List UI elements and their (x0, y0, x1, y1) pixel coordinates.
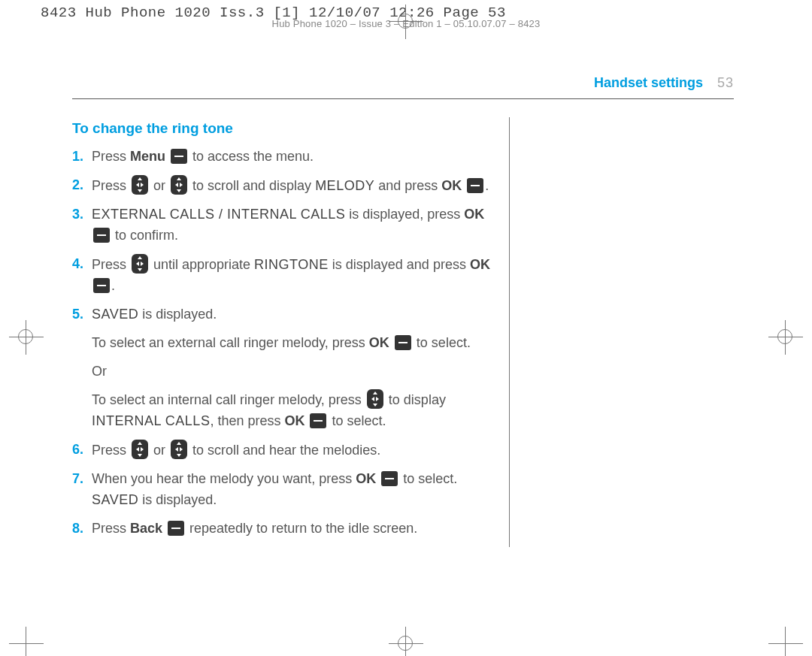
text: is displayed and press (329, 257, 470, 272)
text: Press (92, 521, 130, 536)
softkey-icon (93, 278, 110, 293)
key-label-ok: OK (356, 471, 376, 486)
softkey-icon (310, 413, 326, 428)
registration-mark-icon (9, 320, 44, 355)
text: to scroll and display (189, 178, 315, 193)
text: . (111, 278, 115, 293)
text: is displayed, press (345, 207, 464, 222)
text: , then press (210, 413, 284, 428)
softkey-icon (168, 521, 184, 536)
step-2: 2. Press or to scroll and display MELODY… (72, 175, 494, 197)
nav-key-icon (132, 175, 148, 195)
text: and press (374, 178, 441, 193)
key-label-ok: OK (441, 178, 462, 193)
section-name: Handset settings (594, 75, 703, 90)
text: To select an external call ringer melody… (92, 335, 369, 350)
main-column: To change the ring tone 1. Press Menu to… (72, 117, 510, 547)
step-number: 3. (72, 204, 92, 246)
text: When you hear the melody you want, press (92, 471, 356, 486)
step-number: 4. (72, 254, 92, 297)
text: is displayed. (138, 307, 217, 322)
nav-key-icon (171, 440, 187, 459)
step-number: 5. (72, 304, 92, 325)
text: . (485, 178, 489, 193)
key-label-ok: OK (369, 335, 389, 350)
text: to select. (413, 335, 471, 350)
text: To select an internal call ringer melody… (92, 392, 365, 407)
text: is displayed. (138, 492, 217, 507)
lcd-text: SAVED (92, 307, 138, 322)
nav-key-icon (132, 254, 148, 274)
step-3: 3. EXTERNAL CALLS / INTERNAL CALLS is di… (72, 204, 494, 246)
registration-mark-icon (768, 320, 803, 355)
softkey-icon (467, 178, 483, 193)
section-title: To change the ring tone (72, 117, 494, 139)
text: to display (385, 392, 446, 407)
registration-mark-icon (9, 627, 44, 656)
text: until appropriate (150, 257, 254, 272)
step-number: 8. (72, 518, 92, 540)
nav-key-icon (367, 389, 383, 409)
page-number: 53 (717, 75, 734, 90)
registration-mark-icon (389, 5, 423, 39)
step-1: 1. Press Menu to access the menu. (72, 147, 494, 168)
step-number: 2. (72, 175, 92, 197)
text: Press (92, 178, 130, 193)
key-label-back: Back (130, 521, 162, 536)
step-number: 1. (72, 147, 92, 168)
step-4: 4. Press until appropriate RINGTONE is d… (72, 254, 494, 297)
paragraph-or: Or (92, 361, 494, 382)
nav-key-icon (171, 175, 187, 195)
step-number: 7. (72, 469, 92, 511)
text: Press (92, 257, 130, 272)
lcd-text: SAVED (92, 492, 138, 507)
step-5: 5. SAVED is displayed. (72, 304, 494, 325)
registration-mark-icon (768, 627, 803, 656)
step-8: 8. Press Back repeatedly to return to th… (72, 518, 494, 540)
lcd-text: EXTERNAL CALLS / INTERNAL CALLS (92, 207, 345, 222)
step-7: 7. When you hear the melody you want, pr… (72, 469, 494, 511)
lcd-text: INTERNAL CALLS (92, 413, 210, 428)
key-label-ok: OK (464, 207, 484, 222)
text: or (150, 443, 169, 458)
running-head: Handset settings 53 (72, 75, 734, 91)
page-content: Handset settings 53 To change the ring t… (72, 75, 734, 547)
softkey-icon (171, 149, 187, 164)
step-6: 6. Press or to scroll and hear the melod… (72, 440, 494, 461)
text: or (150, 178, 169, 193)
text: to scroll and hear the melodies. (189, 443, 380, 458)
softkey-icon (395, 335, 411, 350)
key-label-ok: OK (284, 413, 304, 428)
paragraph: To select an external call ringer melody… (92, 333, 494, 354)
step-number: 6. (72, 440, 92, 461)
horizontal-rule (72, 98, 734, 99)
lcd-text: RINGTONE (254, 257, 329, 272)
text: to select. (399, 471, 457, 486)
key-label-ok: OK (470, 257, 490, 272)
paragraph: To select an internal call ringer melody… (92, 389, 494, 432)
softkey-icon (93, 228, 110, 243)
key-label-menu: Menu (130, 149, 165, 164)
text: to access the menu. (189, 149, 314, 164)
text: to select. (328, 413, 386, 428)
nav-key-icon (132, 440, 148, 459)
text: to confirm. (111, 228, 178, 243)
softkey-icon (381, 471, 398, 486)
registration-mark-icon (389, 627, 423, 656)
text: repeatedly to return to the idle screen. (186, 521, 417, 536)
text: Press (92, 149, 130, 164)
text: Press (92, 443, 130, 458)
lcd-text: MELODY (315, 178, 374, 193)
